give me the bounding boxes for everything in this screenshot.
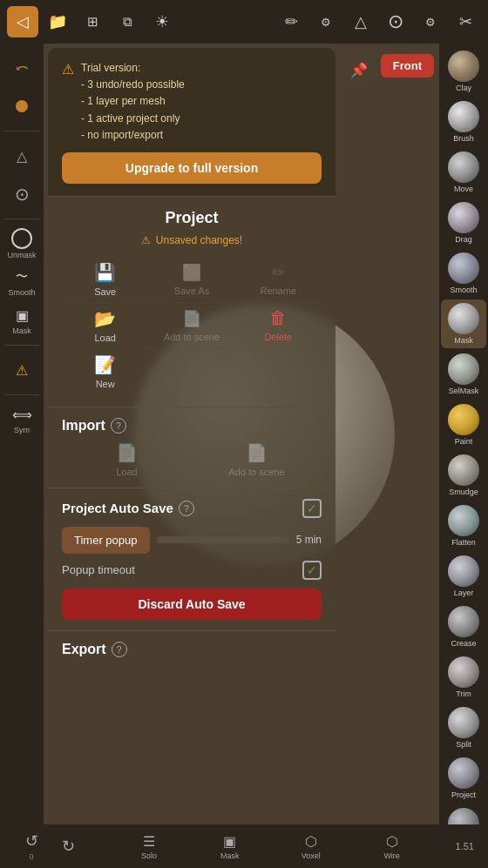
export-title: Export bbox=[62, 642, 106, 657]
folder-button[interactable]: 📁 bbox=[42, 6, 73, 37]
delete-icon: 🗑 bbox=[269, 308, 287, 328]
move-ball bbox=[448, 151, 479, 183]
undo-icon: ↺ bbox=[25, 831, 38, 851]
brush-settings-icon: ⚙ bbox=[321, 16, 331, 29]
mirror-button[interactable]: △ bbox=[345, 6, 376, 37]
overlay-panel: ⚠ Trial version: - 3 undo/redo possible … bbox=[48, 48, 336, 676]
undo-button[interactable]: ↺ 0 bbox=[14, 831, 49, 861]
brush-settings-button[interactable]: ⚙ bbox=[310, 6, 342, 37]
save-as-label: Save As bbox=[174, 286, 209, 296]
unmask-label: Unmask bbox=[7, 251, 36, 259]
tool-brush[interactable]: Brush bbox=[441, 98, 486, 146]
popup-timeout-checkbox[interactable]: ✓ bbox=[302, 561, 322, 580]
draw-button[interactable]: ✏ bbox=[275, 6, 307, 37]
rename-label: Rename bbox=[261, 286, 297, 296]
project-section: Project ⚠ Unsaved changes! 💾 Save ⬜ Save… bbox=[48, 197, 336, 407]
discard-autosave-button[interactable]: Discard Auto Save bbox=[62, 589, 322, 620]
sidebar-item-warning[interactable]: ⚠ bbox=[4, 353, 39, 387]
split-label: Split bbox=[456, 740, 471, 749]
solo-button[interactable]: ☰ Solo bbox=[132, 833, 166, 860]
autosave-checkbox[interactable]: ✓ bbox=[302, 499, 322, 518]
tool-layer[interactable]: Layer bbox=[441, 552, 486, 601]
delete-action[interactable]: 🗑 Delete bbox=[235, 308, 322, 342]
unsaved-warning: ⚠ Unsaved changes! bbox=[62, 234, 322, 246]
import-help-button[interactable]: ? bbox=[111, 418, 126, 434]
layers-button[interactable]: ⧉ bbox=[112, 6, 143, 37]
sym-icon: ⟺ bbox=[12, 405, 31, 424]
unmask-icon bbox=[11, 228, 32, 249]
right-sidebar: Clay Brush Move Drag Smooth Mask SelMask… bbox=[439, 44, 488, 824]
split-ball bbox=[448, 707, 479, 738]
mirror-icon: △ bbox=[355, 12, 367, 31]
sidebar-item-mask-left[interactable]: ▣ Mask bbox=[4, 303, 39, 338]
mask-bottom-button[interactable]: ▣ Mask bbox=[213, 833, 247, 860]
warning-icon: ⚠ bbox=[12, 360, 31, 380]
sym-label: Sym bbox=[14, 426, 30, 434]
top-toolbar: ◁ 📁 ⊞ ⧉ ☀ ✏ ⚙ △ ⊙ ⚙ ✂ bbox=[0, 0, 488, 44]
autosave-help-button[interactable]: ? bbox=[179, 501, 194, 516]
autosave-title-group: Project Auto Save ? bbox=[62, 501, 194, 516]
scissors-button[interactable]: ✂ bbox=[450, 6, 481, 37]
new-action[interactable]: 📝 New bbox=[62, 354, 148, 389]
crease-label: Crease bbox=[451, 639, 476, 648]
layers-icon: ⧉ bbox=[123, 14, 132, 30]
sidebar-item-triangle[interactable]: △ bbox=[4, 138, 39, 173]
load-action[interactable]: 📂 Load bbox=[62, 308, 148, 343]
tool-smudge[interactable]: Smudge bbox=[441, 451, 486, 500]
tool-crease2[interactable] bbox=[441, 804, 486, 824]
export-header: Export ? bbox=[62, 642, 322, 657]
sidebar-item-circle[interactable]: ⊙ bbox=[4, 177, 39, 212]
timer-popup-button[interactable]: Timer popup bbox=[62, 527, 150, 554]
tool-flatten[interactable]: Flatten bbox=[441, 501, 486, 550]
export-help-button[interactable]: ? bbox=[112, 642, 127, 657]
move-label: Move bbox=[454, 185, 473, 193]
save-action[interactable]: 💾 Save bbox=[62, 262, 148, 297]
tool-move[interactable]: Move bbox=[441, 148, 486, 197]
settings-icon: ⚙ bbox=[425, 16, 436, 29]
voxel-button[interactable]: ⬡ Voxel bbox=[294, 833, 329, 860]
tool-paint[interactable]: Paint bbox=[441, 400, 486, 449]
settings-button[interactable]: ⚙ bbox=[415, 6, 446, 37]
project-title: Project bbox=[62, 209, 322, 227]
tool-crease[interactable]: Crease bbox=[441, 602, 486, 651]
new-label: New bbox=[96, 379, 115, 389]
import-load-label: Load bbox=[116, 467, 137, 477]
pin-button[interactable]: 📌 bbox=[343, 54, 375, 85]
back-button[interactable]: ◁ bbox=[7, 6, 38, 37]
tool-project[interactable]: Project bbox=[441, 754, 486, 803]
popup-timeout-row: Popup timeout ✓ bbox=[62, 561, 322, 580]
tool-selmask[interactable]: SelMask bbox=[441, 350, 486, 399]
mask-label: Mask bbox=[12, 326, 31, 335]
upgrade-button[interactable]: Upgrade to full version bbox=[62, 152, 322, 184]
wire-button[interactable]: ⬡ Wire bbox=[375, 833, 410, 860]
drag-ball bbox=[448, 202, 479, 233]
redo-button[interactable]: ↻ bbox=[51, 831, 85, 861]
flatten-ball bbox=[448, 505, 479, 536]
lighting-button[interactable]: ☀ bbox=[146, 6, 178, 37]
sidebar-item-unmask[interactable]: Unmask bbox=[4, 226, 39, 261]
action-row-2: 📂 Load 📄 Add to scene 🗑 Delete bbox=[62, 303, 322, 349]
mask-right-label: Mask bbox=[454, 336, 473, 345]
trim-ball bbox=[448, 656, 479, 688]
clay-ball bbox=[448, 50, 479, 82]
tool-split[interactable]: Split bbox=[441, 703, 486, 752]
brush-ball bbox=[448, 101, 479, 132]
scissors-icon: ✂ bbox=[459, 12, 472, 31]
wire-icon: ⬡ bbox=[386, 833, 398, 850]
import-load-icon: 📄 bbox=[116, 442, 138, 463]
sidebar-item-smooth[interactable]: 〜 Smooth bbox=[4, 265, 39, 299]
flatten-label: Flatten bbox=[451, 538, 476, 547]
sidebar-item-sym[interactable]: ⟺ Sym bbox=[4, 402, 39, 437]
stack-button[interactable]: ⊙ bbox=[380, 6, 411, 37]
sidebar-item-undo[interactable]: ⤺ bbox=[4, 50, 39, 85]
import-actions: 📄 Load 📄 Add to scene bbox=[62, 442, 322, 477]
tool-trim[interactable]: Trim bbox=[441, 653, 486, 702]
tool-clay[interactable]: Clay bbox=[441, 47, 486, 96]
tool-drag[interactable]: Drag bbox=[441, 198, 486, 247]
trial-section: ⚠ Trial version: - 3 undo/redo possible … bbox=[48, 48, 336, 197]
pencil-icon: ✏ bbox=[285, 12, 298, 31]
tool-smooth[interactable]: Smooth bbox=[441, 249, 486, 298]
grid-button[interactable]: ⊞ bbox=[77, 6, 108, 37]
sidebar-divider-3 bbox=[4, 345, 39, 346]
tool-mask[interactable]: Mask bbox=[441, 299, 486, 348]
